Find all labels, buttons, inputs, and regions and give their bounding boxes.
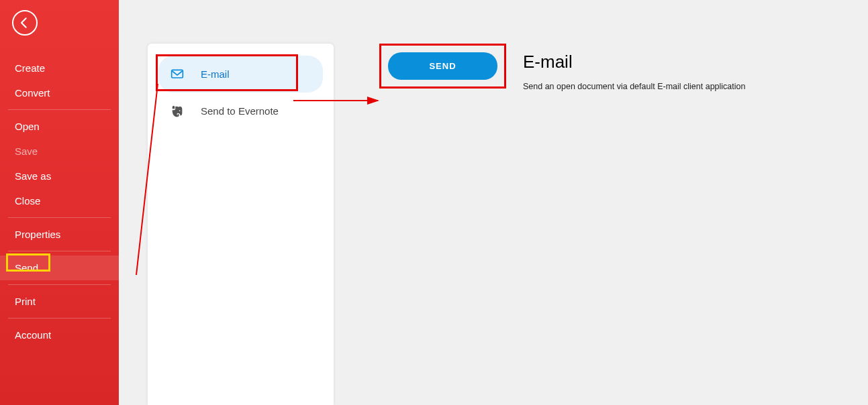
sidebar-item-create[interactable]: Create: [0, 56, 119, 80]
sidebar-item-open[interactable]: Open: [0, 114, 119, 139]
back-button[interactable]: [12, 10, 38, 36]
detail-description: Send an open document via default E-mail…: [523, 82, 745, 91]
arrow-left-icon: [18, 16, 32, 30]
divider: [8, 284, 111, 285]
divider: [8, 251, 111, 251]
send-options-panel: E-mail Send to Evernote: [148, 44, 334, 405]
option-email[interactable]: E-mail: [158, 56, 323, 93]
sidebar-item-send[interactable]: Send: [0, 255, 119, 280]
svg-rect-0: [172, 70, 183, 78]
sidebar-item-convert[interactable]: Convert: [0, 80, 119, 105]
option-evernote[interactable]: Send to Evernote: [158, 93, 323, 129]
divider: [8, 318, 111, 319]
option-label: E-mail: [201, 68, 230, 80]
evernote-icon: [168, 103, 186, 120]
divider: [8, 109, 111, 110]
sidebar-item-close[interactable]: Close: [0, 188, 119, 213]
sidebar-item-account[interactable]: Account: [0, 323, 119, 347]
mail-icon: [168, 66, 186, 83]
divider: [8, 217, 111, 218]
backstage-sidebar: Create Convert Open Save Save as Close P…: [0, 0, 119, 405]
option-label: Send to Evernote: [201, 105, 279, 117]
send-button[interactable]: SEND: [388, 52, 497, 80]
sidebar-menu: Create Convert Open Save Save as Close P…: [0, 56, 119, 347]
detail-title: E-mail: [523, 52, 745, 72]
sidebar-item-properties[interactable]: Properties: [0, 222, 119, 247]
send-detail-area: SEND E-mail Send an open document via de…: [334, 0, 868, 405]
sidebar-item-save: Save: [0, 139, 119, 164]
sidebar-item-save-as[interactable]: Save as: [0, 164, 119, 188]
sidebar-item-print[interactable]: Print: [0, 289, 119, 314]
